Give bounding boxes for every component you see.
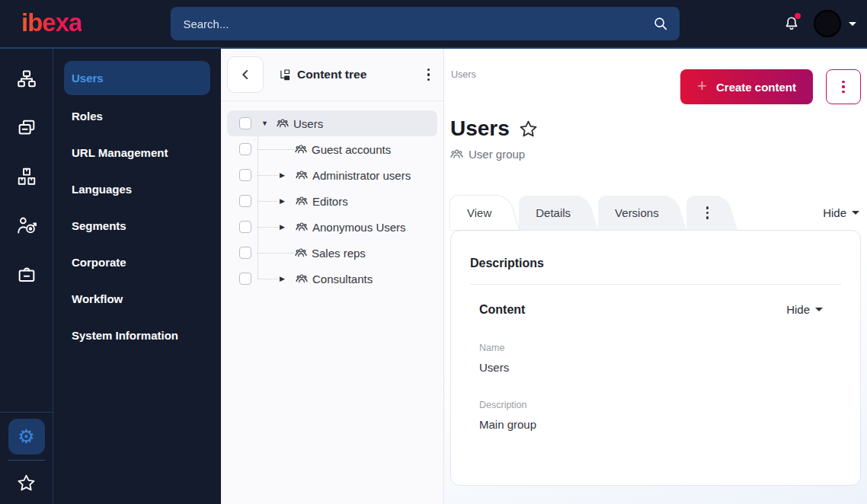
- user-group-icon: [277, 117, 289, 129]
- sidebar-item-system-information[interactable]: System Information: [53, 317, 221, 353]
- content-tree-panel: Content tree Users Guest accounts: [221, 49, 444, 504]
- ibexa-admin-app: ibexa ⚙: [0, 0, 867, 504]
- tree-connector: [258, 227, 278, 228]
- tree-item-anonymous-users[interactable]: Anonymous Users: [227, 214, 437, 240]
- sidebar-item-corporate[interactable]: Corporate: [53, 244, 221, 280]
- sidebar-item-url-management[interactable]: URL Management: [53, 134, 221, 171]
- collapse-arrow-icon[interactable]: [261, 120, 269, 127]
- corporate-icon[interactable]: [2, 250, 51, 298]
- tab-versions[interactable]: Versions: [598, 196, 686, 230]
- personalization-icon[interactable]: [2, 201, 51, 250]
- rail-bottom-group: ⚙: [0, 412, 53, 504]
- tree-item-users[interactable]: Users: [227, 110, 437, 136]
- tree-checkbox[interactable]: [239, 221, 251, 233]
- tabs-row: View Details Versions Hide: [450, 196, 861, 230]
- rail-divider-short: [8, 460, 45, 461]
- bookmark-star-icon[interactable]: [518, 119, 539, 139]
- ibexa-logo[interactable]: ibexa: [21, 10, 82, 35]
- card-divider: [470, 284, 841, 285]
- content-type-label: User group: [469, 148, 525, 161]
- header-actions: + Create content: [680, 69, 861, 104]
- view-tab-card: Descriptions Content Hide Name Users Des…: [450, 230, 861, 486]
- global-search[interactable]: [171, 7, 680, 40]
- tree-item-guest-accounts[interactable]: Guest accounts: [227, 136, 437, 162]
- name-field-value: Users: [479, 361, 841, 374]
- notifications-bell-icon[interactable]: [782, 14, 801, 33]
- tree-connector: [258, 175, 278, 176]
- plus-icon: +: [697, 78, 707, 94]
- main-content: Users + Create content Users User group: [444, 49, 867, 504]
- search-input[interactable]: [181, 17, 652, 31]
- tab-more-kebab-icon[interactable]: [686, 196, 738, 230]
- top-bar: ibexa: [0, 0, 867, 49]
- user-group-icon: [296, 169, 308, 181]
- tab-view[interactable]: View: [450, 196, 519, 230]
- tree-options-kebab-icon[interactable]: [424, 65, 434, 85]
- tab-details[interactable]: Details: [519, 196, 598, 230]
- content-type-row: User group: [450, 148, 861, 161]
- tree-connector: [258, 201, 278, 202]
- tree-checkbox[interactable]: [239, 169, 251, 181]
- caret-down-icon: [852, 211, 859, 215]
- search-icon[interactable]: [652, 15, 669, 32]
- tree-item-editors[interactable]: Editors: [227, 188, 437, 214]
- main-icon-rail: ⚙: [0, 49, 53, 504]
- sidebar-item-workflow[interactable]: Workflow: [53, 280, 221, 317]
- hide-content-section-toggle[interactable]: Hide: [786, 303, 823, 316]
- tree-connector: [258, 253, 295, 254]
- tree-item-administrator-users[interactable]: Administrator users: [227, 162, 437, 188]
- bookmarks-star-icon[interactable]: [8, 466, 45, 499]
- content-tree-header: Content tree: [221, 49, 443, 101]
- topbar-right-group: [782, 10, 856, 37]
- content-section: Content Hide Name Users Description Main…: [470, 303, 841, 431]
- sidebar-item-users[interactable]: Users: [64, 61, 210, 95]
- settings-sidebar: Users Roles URL Management Languages Seg…: [53, 49, 221, 504]
- content-tree-list: Users Guest accounts Administrator users: [221, 101, 443, 301]
- collapse-tree-button[interactable]: [227, 56, 264, 93]
- tree-checkbox[interactable]: [239, 273, 251, 285]
- sidebar-item-languages[interactable]: Languages: [53, 171, 221, 207]
- sidebar-item-roles[interactable]: Roles: [53, 97, 221, 134]
- settings-gear-icon[interactable]: ⚙: [8, 419, 45, 455]
- descriptions-heading: Descriptions: [470, 257, 841, 270]
- user-group-icon: [295, 247, 307, 259]
- expand-arrow-icon[interactable]: [278, 172, 286, 179]
- description-field-value: Main group: [479, 418, 841, 431]
- tree-checkbox[interactable]: [239, 143, 251, 155]
- page-title-row: Users: [450, 117, 861, 141]
- tree-checkbox[interactable]: [239, 117, 251, 129]
- hide-tabs-toggle[interactable]: Hide: [823, 206, 859, 219]
- create-content-button[interactable]: + Create content: [680, 69, 813, 104]
- content-actions-kebab-button[interactable]: [826, 69, 861, 104]
- user-group-icon: [296, 195, 308, 207]
- sidebar-item-segments[interactable]: Segments: [53, 207, 221, 244]
- tree-item-consultants[interactable]: Consultants: [227, 266, 437, 292]
- content-tree-title: Content tree: [278, 68, 366, 81]
- tree-item-sales-reps[interactable]: Sales reps: [227, 240, 437, 266]
- expand-arrow-icon[interactable]: [278, 198, 286, 205]
- tree-checkbox[interactable]: [239, 247, 251, 259]
- tree-connector: [258, 279, 278, 279]
- modules-icon[interactable]: [2, 152, 51, 201]
- user-menu-caret-icon[interactable]: [849, 22, 856, 26]
- page-title: Users: [450, 117, 510, 141]
- user-group-icon: [450, 148, 463, 161]
- expand-arrow-icon[interactable]: [278, 224, 286, 231]
- name-field-label: Name: [479, 343, 841, 353]
- user-group-icon: [296, 273, 308, 285]
- tree-checkbox[interactable]: [239, 195, 251, 207]
- user-avatar[interactable]: [814, 10, 841, 37]
- description-field-label: Description: [479, 400, 841, 410]
- user-group-icon: [295, 143, 307, 155]
- caret-down-icon: [815, 308, 823, 311]
- expand-arrow-icon[interactable]: [278, 276, 286, 282]
- user-group-icon: [296, 221, 308, 233]
- rail-divider: [0, 412, 53, 413]
- content-structure-icon[interactable]: [2, 55, 51, 104]
- tree-icon: [278, 69, 291, 81]
- notification-dot: [795, 13, 801, 19]
- content-section-heading: Content: [479, 303, 525, 317]
- content-list-icon[interactable]: [2, 104, 51, 152]
- tree-connector: [258, 149, 295, 150]
